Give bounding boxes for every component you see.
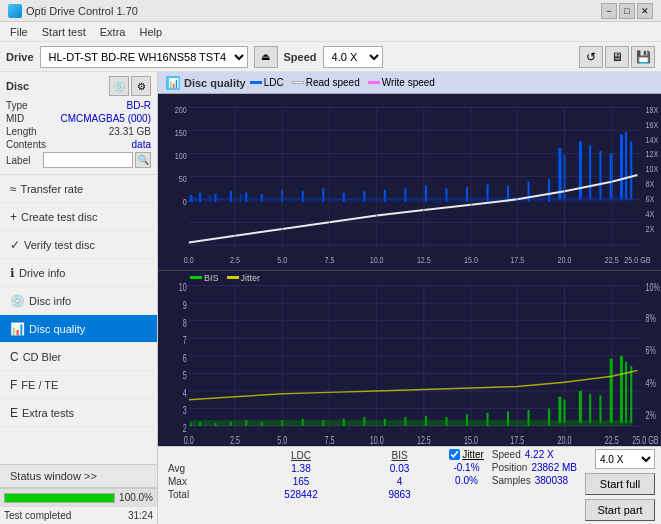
start-part-button[interactable]: Start part	[585, 499, 655, 521]
sidebar-item-cd-bler[interactable]: C CD Bler	[0, 343, 157, 371]
sidebar-item-transfer-rate[interactable]: ≈ Transfer rate	[0, 175, 157, 203]
svg-rect-146	[599, 395, 601, 423]
legend-write-speed-color	[368, 81, 380, 84]
svg-rect-63	[599, 151, 601, 200]
disc-type-value: BD-R	[127, 100, 151, 111]
svg-text:100: 100	[175, 150, 187, 161]
svg-text:150: 150	[175, 127, 187, 138]
svg-text:0: 0	[183, 196, 187, 207]
svg-text:12X: 12X	[646, 148, 659, 159]
menu-file[interactable]: File	[4, 24, 34, 40]
status-text: Test completed	[4, 510, 71, 521]
toolbar-icon-3[interactable]: 💾	[631, 46, 655, 68]
svg-rect-62	[589, 145, 591, 199]
svg-rect-64	[610, 153, 613, 199]
menu-extra[interactable]: Extra	[94, 24, 132, 40]
stats-max-ldc: 165	[244, 475, 358, 488]
create-test-disc-icon: +	[10, 210, 17, 224]
menu-help[interactable]: Help	[133, 24, 168, 40]
svg-rect-66	[625, 132, 627, 200]
jitter-avg: -0.1%	[449, 462, 484, 473]
buttons-section: 4.0 X Start full Start part	[585, 449, 655, 521]
disc-label-btn[interactable]: 🔍	[135, 152, 151, 168]
legend-bis-color	[190, 276, 202, 279]
menu-start-test[interactable]: Start test	[36, 24, 92, 40]
legend-jitter-color	[227, 276, 239, 279]
fe-te-icon: F	[10, 378, 17, 392]
status-window-button[interactable]: Status window >>	[0, 464, 157, 488]
transfer-rate-icon: ≈	[10, 182, 17, 196]
create-test-disc-label: Create test disc	[21, 211, 97, 223]
svg-text:6X: 6X	[646, 193, 655, 204]
progress-bar-container: 100.0%	[0, 488, 157, 506]
start-full-button[interactable]: Start full	[585, 473, 655, 495]
legend-write-speed: Write speed	[368, 77, 435, 88]
stats-col-bis: BIS	[358, 449, 441, 462]
eject-button[interactable]: ⏏	[254, 46, 278, 68]
svg-text:15.0: 15.0	[464, 434, 478, 446]
maximize-button[interactable]: □	[619, 3, 635, 19]
disc-mid-label: MID	[6, 113, 24, 124]
sidebar-item-drive-info[interactable]: ℹ Drive info	[0, 259, 157, 287]
svg-rect-65	[620, 135, 623, 200]
speed-info: Speed 4.22 X Position 23862 MB Samples 3…	[492, 449, 577, 486]
disc-title: Disc	[6, 80, 29, 92]
svg-text:6: 6	[183, 352, 187, 364]
disc-info-label: Disc info	[29, 295, 71, 307]
stats-data-table: LDC BIS Avg 1.38 0.03 Max 165	[164, 449, 441, 501]
minimize-button[interactable]: −	[601, 3, 617, 19]
svg-rect-143	[563, 399, 565, 422]
speed-dropdown[interactable]: 4.0 X	[595, 449, 655, 469]
svg-text:17.5: 17.5	[510, 254, 524, 265]
svg-text:7.5: 7.5	[324, 254, 334, 265]
disc-icon-2[interactable]: ⚙	[131, 76, 151, 96]
position-row: Position 23862 MB	[492, 462, 577, 473]
sidebar-item-disc-quality[interactable]: 📊 Disc quality	[0, 315, 157, 343]
svg-rect-78	[158, 271, 661, 447]
menu-bar: File Start test Extra Help	[0, 22, 661, 42]
stats-col-ldc: LDC	[244, 449, 358, 462]
sidebar-item-create-test-disc[interactable]: + Create test disc	[0, 203, 157, 231]
svg-rect-61	[579, 141, 582, 199]
disc-label-input[interactable]	[43, 152, 133, 168]
stats-col-empty	[164, 449, 244, 462]
transfer-rate-label: Transfer rate	[21, 183, 84, 195]
chart-top: 200 150 100 50 0 18X 16X 14X 12X 10X 8X …	[158, 94, 661, 271]
jitter-checkbox[interactable]	[449, 449, 460, 460]
sidebar-item-extra-tests[interactable]: E Extra tests	[0, 399, 157, 427]
toolbar-icon-2[interactable]: 🖥	[605, 46, 629, 68]
svg-text:8%: 8%	[646, 312, 656, 324]
svg-text:22.5: 22.5	[605, 434, 619, 446]
fe-te-label: FE / TE	[21, 379, 58, 391]
chart-legend: LDC Read speed Write speed	[250, 77, 435, 88]
sidebar-item-verify-test-disc[interactable]: ✓ Verify test disc	[0, 231, 157, 259]
svg-text:2: 2	[183, 422, 187, 434]
verify-test-disc-label: Verify test disc	[24, 239, 95, 251]
close-button[interactable]: ✕	[637, 3, 653, 19]
svg-text:20.0: 20.0	[558, 254, 572, 265]
svg-text:8X: 8X	[646, 178, 655, 189]
speed-select[interactable]: 4.0 X	[323, 46, 383, 68]
svg-rect-142	[558, 396, 561, 422]
drive-select[interactable]: HL-DT-ST BD-RE WH16NS58 TST4	[40, 46, 248, 68]
drive-info-icon: ℹ	[10, 266, 15, 280]
toolbar-icon-1[interactable]: ↺	[579, 46, 603, 68]
disc-length-row: Length 23.31 GB	[6, 126, 151, 137]
disc-header: Disc 💿 ⚙	[6, 76, 151, 96]
svg-rect-151	[190, 420, 631, 426]
svg-text:17.5: 17.5	[510, 434, 524, 446]
svg-text:5: 5	[183, 369, 187, 381]
svg-text:4X: 4X	[646, 208, 655, 219]
legend-ldc: LDC	[250, 77, 284, 88]
svg-text:0.0: 0.0	[184, 254, 194, 265]
svg-text:14X: 14X	[646, 134, 659, 145]
toolbar-icons: ↺ 🖥 💾	[579, 46, 655, 68]
title-bar-left: Opti Drive Control 1.70	[8, 4, 138, 18]
disc-mid-value: CMCMAGBA5 (000)	[60, 113, 151, 124]
disc-icon-1[interactable]: 💿	[109, 76, 129, 96]
svg-text:12.5: 12.5	[417, 254, 431, 265]
sidebar-item-fe-te[interactable]: F FE / TE	[0, 371, 157, 399]
svg-text:2.5: 2.5	[230, 254, 240, 265]
bis-legend: BIS Jitter	[190, 273, 260, 283]
sidebar-item-disc-info[interactable]: 💿 Disc info	[0, 287, 157, 315]
